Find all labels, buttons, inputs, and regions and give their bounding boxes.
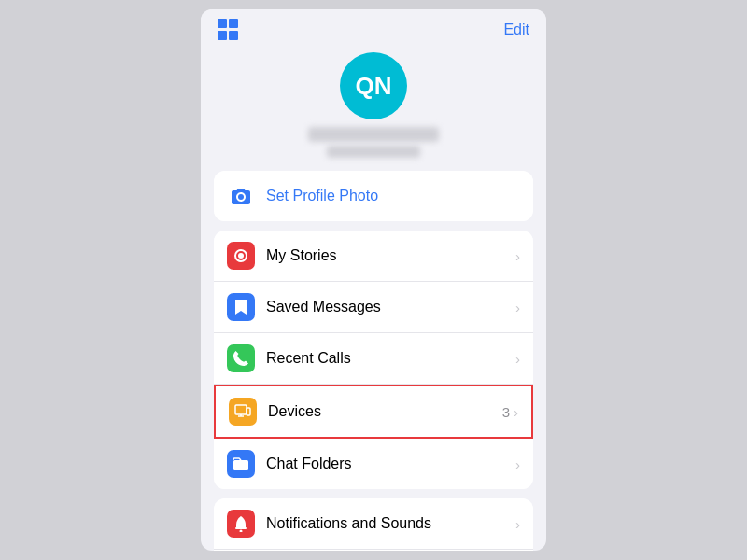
my-stories-item[interactable]: My Stories › [214, 231, 533, 282]
notifications-label: Notifications and Sounds [266, 515, 515, 532]
chevron-icon: › [515, 351, 520, 367]
svg-rect-8 [235, 527, 247, 529]
main-menu-section: My Stories › Saved Messages › [214, 231, 533, 489]
svg-point-2 [238, 253, 244, 259]
set-profile-photo-item[interactable]: Set Profile Photo [214, 171, 533, 221]
phone-blur [327, 146, 420, 158]
devices-badge: 3 [502, 404, 510, 420]
profile-section: QN [201, 47, 546, 171]
my-stories-label: My Stories [266, 247, 515, 264]
stories-icon [227, 242, 255, 270]
settings-section: Notifications and Sounds › Privacy and S… [214, 498, 533, 551]
content-area: Set Profile Photo My Stories › [201, 171, 546, 551]
saved-messages-label: Saved Messages [266, 299, 515, 315]
chevron-icon: › [515, 300, 520, 315]
set-profile-card: Set Profile Photo [214, 171, 533, 221]
devices-item[interactable]: Devices 3 › [214, 385, 533, 439]
saved-icon [227, 293, 255, 321]
svg-point-0 [238, 194, 244, 200]
avatar: QN [340, 52, 407, 119]
svg-point-9 [240, 530, 243, 533]
folders-icon [227, 450, 255, 478]
chevron-icon: › [515, 248, 520, 264]
notifications-item[interactable]: Notifications and Sounds › [214, 498, 533, 550]
set-profile-photo-label: Set Profile Photo [266, 188, 520, 204]
camera-icon [227, 182, 255, 210]
recent-calls-item[interactable]: Recent Calls › [214, 333, 533, 385]
svg-rect-4 [247, 408, 250, 415]
settings-card: Notifications and Sounds › Privacy and S… [214, 498, 533, 551]
calls-icon [227, 344, 255, 372]
main-menu-card: My Stories › Saved Messages › [214, 231, 533, 489]
saved-messages-item[interactable]: Saved Messages › [214, 282, 533, 333]
recent-calls-label: Recent Calls [266, 350, 515, 367]
chat-folders-label: Chat Folders [266, 455, 515, 472]
chevron-icon: › [514, 404, 518, 420]
svg-rect-3 [235, 405, 247, 414]
devices-icon [229, 398, 257, 426]
svg-rect-7 [233, 460, 248, 470]
top-bar: Edit [201, 9, 546, 47]
chevron-icon: › [515, 516, 520, 532]
name-blur [308, 127, 439, 142]
notifications-icon [227, 510, 255, 538]
chevron-icon: › [515, 456, 520, 472]
privacy-item[interactable]: Privacy and Security › [214, 550, 533, 551]
edit-button[interactable]: Edit [503, 21, 529, 38]
phone-screen: Edit QN Set Profile Photo [201, 9, 546, 551]
set-profile-section: Set Profile Photo [214, 171, 533, 221]
qr-icon[interactable] [218, 19, 240, 41]
devices-label: Devices [268, 403, 502, 420]
chat-folders-item[interactable]: Chat Folders › [214, 439, 533, 489]
